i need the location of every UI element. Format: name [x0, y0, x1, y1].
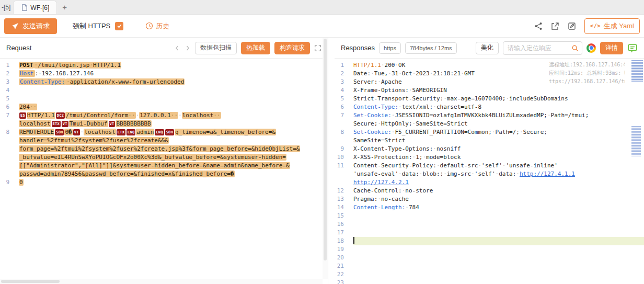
code-content: Set-Cookie:·JSESSIONID=ozlafg1mTMVKXkbk4…: [353, 111, 644, 120]
clock-icon: [145, 22, 153, 30]
code-line[interactable]: form_page=%2ftmui%2fsystem%2fuser%2fcrea…: [0, 145, 328, 153]
chevron-right-icon[interactable]: [185, 45, 191, 51]
document-icon: [21, 4, 28, 11]
chrome-icon[interactable]: [586, 43, 596, 53]
code-line[interactable]: 16: [335, 220, 644, 229]
send-request-button[interactable]: 发送请求: [4, 18, 57, 34]
construct-request-button[interactable]: 构造请求: [274, 42, 310, 54]
control-char: VT: [109, 121, 116, 127]
code-token: admin: [136, 129, 154, 135]
fullscreen-icon[interactable]: [314, 44, 321, 52]
generate-yaml-button[interactable]: </> 生成 Yaml: [584, 18, 640, 34]
feedback-chat-icon[interactable]: [627, 43, 638, 53]
code-line[interactable]: 11Content-Security-Policy:·default-src·'…: [335, 162, 644, 170]
code-line[interactable]: 20: [335, 254, 644, 262]
add-tab-button[interactable]: +: [57, 3, 72, 14]
code-line[interactable]: 4: [0, 86, 328, 95]
tab-title: WF-[6]: [30, 4, 49, 12]
line-number: 20: [335, 254, 353, 262]
request-horizontal-scrollbar[interactable]: [0, 279, 323, 284]
code-line[interactable]: 3Content-Type:·application/x-www-form-ur…: [0, 78, 328, 86]
edit-icon[interactable]: [568, 22, 576, 30]
line-number: 1: [0, 61, 19, 70]
export-icon[interactable]: [551, 22, 559, 30]
code-line[interactable]: handler=%2ftmui%2fsystem%2fuser%2fcreate…: [0, 137, 328, 145]
code-content: 204··: [19, 103, 328, 111]
detail-button[interactable]: 详情: [600, 42, 623, 54]
code-line[interactable]: 6Content-Type:·text/xml;·charset=utf-8: [335, 103, 644, 111]
code-content: Pragma:·no-cache: [353, 195, 644, 203]
code-token: :·192.168.127.146: [35, 70, 94, 77]
toolbar-right: </> 生成 Yaml: [534, 18, 640, 34]
code-line[interactable]: 5Strict-Transport-Security:·max-age=1607…: [335, 95, 644, 103]
code-line[interactable]: 7Set-Cookie:·JSESSIONID=ozlafg1mTMVKXkbk…: [335, 111, 644, 120]
code-line[interactable]: 7ESHTTP/1.1DC2/tmui/Control/form···127.0…: [0, 111, 328, 120]
code-line[interactable]: 22: [335, 270, 644, 279]
tab-previous[interactable]: -[5]: [0, 4, 13, 14]
code-line[interactable]: 5: [0, 95, 328, 103]
code-token: X-Content-Type-Options:·nosniff: [353, 145, 461, 152]
code-line[interactable]: http://127.4.2.1: [335, 178, 644, 187]
code-content: X-Frame-Options:·SAMEORIGIN: [353, 86, 644, 95]
code-line[interactable]: 8Set-Cookie:·F5_CURRENT_PARTITION=Common…: [335, 128, 644, 137]
code-line[interactable]: 10X-XSS-Protection:·1;·mode=block: [335, 153, 644, 162]
code-line[interactable]: Secure;·HttpOnly;·SameSite=Strict: [335, 120, 644, 128]
code-content: [353, 237, 644, 245]
code-line[interactable]: 23: [335, 279, 644, 284]
line-number: 5: [0, 95, 19, 103]
code-line[interactable]: 9X-Content-Type-Options:·nosniff: [335, 145, 644, 153]
line-number: 10: [335, 153, 353, 162]
code-line[interactable]: 6204··: [0, 103, 328, 111]
response-header: Responses https 784bytes / 12ms 美化 详情: [335, 38, 644, 59]
line-number: 8: [0, 128, 19, 137]
code-line[interactable]: [["Administrator","[All]"]]&systemuser-h…: [0, 162, 328, 170]
hot-reload-button[interactable]: 热加载: [241, 42, 270, 54]
code-token: localhost: [84, 129, 116, 135]
code-token: 204··: [19, 104, 37, 110]
code-line[interactable]: 90: [0, 178, 328, 187]
panel-divider[interactable]: [328, 38, 335, 284]
code-content: Strict-Transport-Security:·max-age=16070…: [353, 95, 644, 103]
code-token: HTTP/1.1: [353, 62, 381, 69]
search-icon[interactable]: [571, 44, 579, 52]
code-line[interactable]: SameSite=Strict: [335, 137, 644, 145]
packet-scan-button[interactable]: 数据包扫描: [195, 42, 237, 54]
line-number: 13: [335, 195, 353, 203]
code-line[interactable]: 12Cache-Control:·no-store: [335, 187, 644, 195]
code-line[interactable]: 1POST·/tmui/login.jsp·HTTP/1.1: [0, 61, 328, 70]
code-line[interactable]: 18: [335, 237, 644, 245]
code-line[interactable]: 21: [335, 262, 644, 270]
code-line[interactable]: 2Host:·192.168.127.146: [0, 70, 328, 78]
code-content: Content-Type:·application/x-www-form-url…: [19, 78, 328, 86]
code-line[interactable]: 13Pragma:·no-cache: [335, 195, 644, 203]
request-editor[interactable]: 1POST·/tmui/login.jsp·HTTP/1.12Host:·192…: [0, 59, 328, 284]
code-line[interactable]: 14Content-Length:·784: [335, 203, 644, 212]
code-line[interactable]: 19: [335, 245, 644, 254]
beautify-button[interactable]: 美化: [476, 42, 499, 54]
code-content: [19, 95, 328, 103]
force-https-checkbox[interactable]: [115, 22, 123, 30]
minimap[interactable]: [631, 60, 643, 284]
code-line[interactable]: passwd=admin789456&passwd_before=&finish…: [0, 170, 328, 178]
code-line[interactable]: 17: [335, 229, 644, 237]
code-line[interactable]: 8REMOTEROLESOH0�VT·localhostETXENQadminE…: [0, 128, 328, 137]
code-line[interactable]: 4X-Frame-Options:·SAMEORIGIN: [335, 86, 644, 95]
locate-response-input[interactable]: [508, 44, 569, 52]
response-panel: Responses https 784bytes / 12ms 美化 详情: [335, 38, 644, 284]
code-token: Pragma:·no-cache: [353, 196, 409, 202]
code-token: HTTP/1.1: [27, 112, 55, 119]
code-line[interactable]: 15: [335, 212, 644, 220]
code-line[interactable]: 'unsafe-eval'·data:·blob:;·img-src·'self…: [335, 170, 644, 178]
request-vertical-scrollbar[interactable]: [323, 38, 328, 279]
code-line[interactable]: localhostETXVTTmui-DubbufVTBBBBBBBBBB: [0, 120, 328, 128]
responses-title: Responses: [341, 44, 375, 52]
code-token: ·/tmui/login.jsp·HTTP/1.1: [34, 62, 122, 69]
tab-active[interactable]: WF-[6]: [13, 1, 57, 14]
code-token: 'unsafe-eval'·data:·blob:;·img-src·'self…: [353, 171, 520, 177]
code-line[interactable]: _bufvalue=eIL4RUnSwXYoPUIOGcOFx2o00Xc%3d…: [0, 153, 328, 162]
line-number: 16: [335, 220, 353, 229]
chevron-left-icon[interactable]: [174, 45, 180, 51]
history-button[interactable]: 历史: [145, 21, 169, 31]
share-icon[interactable]: [534, 22, 543, 30]
response-editor[interactable]: 远程地址:192.168.127.146:443: 响 应时间:12ms: 总耗…: [335, 59, 644, 284]
